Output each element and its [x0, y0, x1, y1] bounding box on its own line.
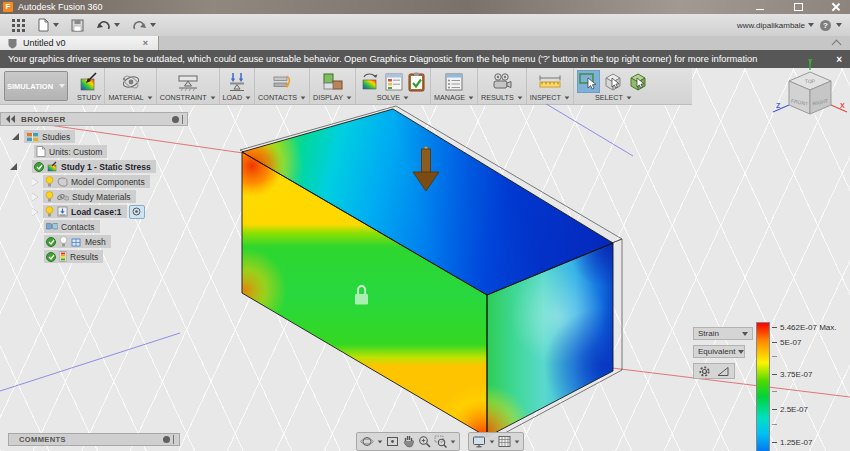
legend-colorbar[interactable] — [756, 322, 770, 451]
tree-row-units[interactable]: Units: Custom — [34, 145, 107, 158]
ribbon-group-contacts[interactable]: CONTACTS — [255, 68, 310, 104]
caret-down-icon — [404, 96, 409, 99]
restore-button[interactable] — [792, 2, 804, 12]
undo-button[interactable] — [96, 19, 120, 32]
save-button[interactable] — [71, 19, 84, 32]
caret-down-icon[interactable] — [451, 440, 456, 443]
panel-options-icon[interactable] — [172, 116, 179, 123]
tree-row-contacts[interactable]: Contacts — [44, 220, 100, 233]
caret-down-icon[interactable] — [378, 440, 383, 443]
select-component-icon[interactable] — [627, 70, 650, 93]
expander-collapsed-icon[interactable] — [32, 178, 38, 186]
ribbon-group-results[interactable]: RESULTS — [478, 68, 527, 104]
ribbon-group-study[interactable]: STUDY — [74, 68, 105, 104]
solve-check-icon — [407, 71, 427, 93]
solved-check-icon — [34, 162, 44, 172]
visibility-bulb-icon[interactable] — [45, 191, 54, 202]
warning-text: Your graphics driver seems to be outdate… — [8, 54, 757, 64]
workspace-selector[interactable]: SIMULATION — [4, 71, 68, 101]
legend-max-label: 5.462E-07 Max. — [780, 323, 836, 332]
material-label: MATERIAL — [108, 93, 143, 102]
legend-tick-label: 3.75E-07 — [780, 370, 812, 379]
tree-label: Results — [70, 252, 98, 262]
caret-down-icon — [836, 23, 842, 27]
browser-header[interactable]: BROWSER — [0, 112, 188, 126]
caret-down-icon — [150, 23, 156, 27]
orbit-icon[interactable] — [360, 435, 374, 448]
panel-options-icon[interactable] — [163, 436, 170, 443]
studies-icon — [26, 132, 39, 142]
inspect-label: INSPECT — [530, 93, 561, 102]
legend-component-value: Equivalent — [698, 347, 735, 356]
ribbon-group-inspect[interactable]: INSPECT — [527, 68, 574, 104]
minimize-button[interactable] — [754, 2, 766, 12]
results-colorbar-icon — [59, 251, 67, 262]
tree-row-study1[interactable]: Study 1 - Static Stress — [10, 160, 156, 173]
close-button[interactable] — [830, 2, 842, 12]
tab-close-icon[interactable]: × — [143, 36, 148, 50]
results-check-icon — [46, 252, 56, 262]
ribbon-group-material[interactable]: MATERIAL — [105, 68, 156, 104]
legend-component-dropdown[interactable]: Equivalent — [693, 345, 745, 358]
view-cube[interactable]: Y Z X TOP FRONT RIGHT — [768, 56, 850, 130]
visibility-bulb-icon[interactable] — [59, 236, 68, 247]
app-grid-icon[interactable] — [12, 19, 25, 32]
expander-collapsed-icon[interactable] — [32, 208, 38, 216]
ribbon-group-display[interactable]: DISPLAY — [310, 68, 356, 104]
shield-icon — [7, 38, 18, 49]
tree-row-results[interactable]: Results — [44, 250, 103, 263]
look-at-icon[interactable] — [386, 435, 399, 448]
ribbon-group-load[interactable]: LOAD — [220, 68, 256, 104]
tree-row-model-components[interactable]: Model Components — [32, 175, 150, 188]
select-window-icon[interactable] — [577, 70, 600, 93]
account-menu[interactable]: www.dipalikambale — [737, 21, 814, 30]
zoom-window-icon[interactable] — [434, 435, 447, 448]
units-document-icon — [36, 146, 46, 157]
visibility-bulb-icon[interactable] — [45, 206, 54, 217]
panel-divider — [173, 435, 174, 444]
zoom-icon[interactable] — [418, 435, 431, 448]
ribbon-group-solve[interactable]: SOLVE — [356, 68, 431, 104]
display-settings-icon[interactable] — [472, 435, 486, 448]
select-body-icon[interactable] — [602, 70, 625, 93]
visibility-bulb-icon[interactable] — [45, 176, 54, 187]
legend-settings-group[interactable] — [693, 363, 735, 379]
help-menu[interactable]: ? — [820, 20, 842, 31]
ribbon-group-constraint[interactable]: CONSTRAINT — [157, 68, 220, 104]
display-label: DISPLAY — [313, 93, 343, 102]
workspace-label: SIMULATION — [7, 82, 53, 91]
contacts-icon — [271, 71, 293, 93]
caret-down-icon — [738, 350, 744, 354]
viewport[interactable]: BROWSER Studies — [0, 104, 850, 451]
tree-row-studies[interactable]: Studies — [12, 130, 75, 143]
expander-collapsed-icon[interactable] — [32, 193, 38, 201]
deformation-scale-icon[interactable] — [717, 366, 729, 377]
caret-down-icon — [53, 23, 59, 27]
collapse-panel-icon[interactable] — [6, 115, 15, 123]
tree-row-load-case[interactable]: Load Case:1 — [32, 205, 145, 218]
caret-down-icon[interactable] — [515, 440, 520, 443]
file-menu-button[interactable] — [37, 18, 59, 32]
tree-row-mesh[interactable]: Mesh — [44, 235, 111, 248]
comments-panel[interactable]: COMMENTS — [8, 433, 180, 446]
ribbon-group-manage[interactable]: MANAGE — [431, 68, 478, 104]
caret-down-icon — [517, 96, 522, 99]
redo-button[interactable] — [132, 19, 156, 32]
ribbon-row: SIMULATION STUDY — [0, 68, 850, 104]
study-materials-icon — [57, 192, 69, 202]
active-load-case-target[interactable] — [129, 205, 145, 219]
tree-row-study-materials[interactable]: Study Materials — [32, 190, 136, 203]
legend-quantity-dropdown[interactable]: Strain — [693, 327, 753, 340]
panel-divider — [182, 115, 183, 124]
axis-z-label: Z — [776, 102, 781, 109]
expander-expanded-icon[interactable] — [12, 133, 19, 140]
ribbon-group-select[interactable]: SELECT — [574, 68, 653, 104]
caret-down-icon[interactable] — [490, 440, 495, 443]
study-icon — [78, 71, 100, 93]
gear-icon[interactable] — [699, 366, 710, 377]
expander-expanded-icon[interactable] — [10, 163, 17, 170]
pan-icon[interactable] — [402, 435, 415, 448]
grid-layout-icon[interactable] — [498, 435, 511, 448]
collapse-toolbar-icon[interactable] — [832, 40, 842, 50]
document-tab[interactable]: Untitled v0 × — [0, 36, 159, 50]
